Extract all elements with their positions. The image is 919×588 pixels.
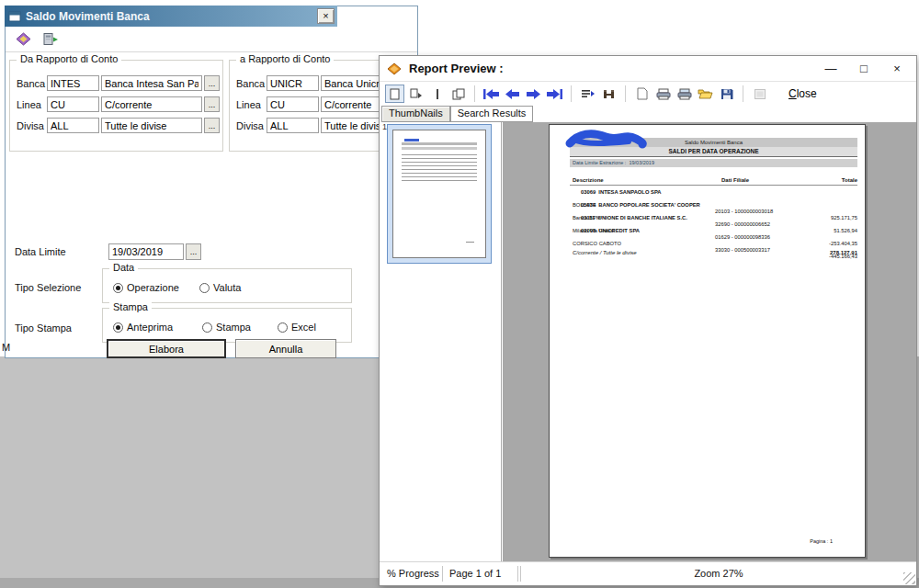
- print-icon[interactable]: [653, 85, 673, 103]
- divisa-label: Divisa: [236, 120, 264, 131]
- search-icon[interactable]: [599, 85, 618, 103]
- goto-page-icon[interactable]: [578, 85, 597, 103]
- single-page-icon[interactable]: [385, 85, 404, 103]
- thumbnail-scribble: [404, 139, 419, 141]
- maximize-button[interactable]: □: [848, 56, 879, 81]
- close-window-button[interactable]: ×: [881, 56, 913, 81]
- status-zoom: Zoom 27%: [521, 568, 916, 579]
- print-setup-icon[interactable]: [675, 85, 694, 103]
- multi-page-icon[interactable]: [406, 85, 425, 103]
- annulla-button[interactable]: Annulla: [235, 339, 336, 358]
- process-icon[interactable]: [13, 30, 33, 49]
- tipo-stampa-label: Tipo Stampa: [15, 322, 72, 334]
- page-footer: Pagina : 1: [810, 538, 833, 544]
- report-page: Saldo Movimenti Banca SALDI PER DATA OPE…: [549, 124, 866, 558]
- report-column-headers: Descrizione Dati Filiale Totale: [570, 177, 857, 186]
- from-linea-row: Linea ...: [10, 96, 222, 113]
- prev-page-icon[interactable]: [503, 85, 522, 103]
- preview-window-title: Report Preview :: [409, 62, 504, 75]
- account-line: 03111 UNIONE DI BANCHE ITALIANE S.C.: [570, 215, 857, 221]
- preview-status-bar: % Progress Page 1 of 1 Zoom 27%: [380, 561, 916, 585]
- radio-anteprima[interactable]: Anteprima: [113, 322, 173, 333]
- thumbnail-page-1[interactable]: [387, 124, 492, 264]
- data-limite-browse-button[interactable]: ...: [186, 243, 201, 260]
- from-banca-name-input[interactable]: [101, 75, 202, 91]
- radio-anteprima-circle[interactable]: [113, 322, 123, 333]
- report-preview-window: Report Preview : — □ × Cl: [379, 55, 917, 586]
- tab-thumbnails[interactable]: ThumbNails: [381, 106, 450, 122]
- data-group-title: Data: [109, 262, 138, 273]
- tipo-selezione-label: Tipo Selezione: [15, 282, 81, 293]
- data-radio-group: Data Operazione Valuta: [102, 268, 352, 303]
- from-divisa-name-input[interactable]: [101, 118, 202, 133]
- to-divisa-code-input[interactable]: [267, 118, 319, 133]
- toolbar-separator: [625, 85, 626, 102]
- from-divisa-browse-button[interactable]: ...: [204, 118, 220, 133]
- data-limite-input[interactable]: [108, 243, 184, 260]
- saldo-window-title: Saldo Movimenti Banca: [26, 10, 150, 23]
- screen: Saldo Movimenti Banca × Da Rapporto di C…: [0, 0, 919, 588]
- radio-operazione-circle[interactable]: [113, 283, 123, 293]
- report-total-row: C/corrente / Tutte le divise 278.127,91: [570, 249, 857, 256]
- linea-label: Linea: [17, 99, 41, 110]
- radio-operazione[interactable]: Operazione: [113, 282, 179, 293]
- thumbnail-panel: 1: [380, 122, 502, 563]
- facing-pages-icon[interactable]: [448, 85, 468, 103]
- account-line: 03069 INTESA SANPAOLO SPA: [570, 189, 857, 196]
- from-linea-browse-button[interactable]: ...: [204, 96, 220, 112]
- window-icon: [8, 11, 21, 22]
- from-divisa-row: Divisa ...: [10, 118, 222, 134]
- saldo-close-button[interactable]: ×: [317, 8, 335, 24]
- elabora-button[interactable]: Elabora: [107, 339, 226, 358]
- toolbar-separator: [571, 85, 572, 102]
- status-page: Page 1 of 1: [449, 568, 501, 579]
- radio-valuta[interactable]: Valuta: [199, 282, 241, 293]
- detail-line: Banca BPM 32690 - 000000006652 51.526,94: [570, 209, 857, 215]
- report-diamond-icon: [387, 62, 402, 75]
- clipped-text: M: [2, 342, 10, 353]
- saldo-movimenti-window: Saldo Movimenti Banca × Da Rapporto di C…: [5, 6, 418, 358]
- divisa-label: Divisa: [17, 120, 44, 131]
- radio-valuta-circle[interactable]: [199, 283, 210, 293]
- from-linea-name-input[interactable]: [101, 96, 202, 112]
- banca-label: Banca: [236, 78, 265, 89]
- to-linea-code-input[interactable]: [267, 96, 319, 112]
- saldo-titlebar[interactable]: Saldo Movimenti Banca ×: [5, 6, 337, 27]
- first-page-icon[interactable]: [482, 85, 501, 103]
- last-page-icon[interactable]: [545, 85, 564, 103]
- to-banca-code-input[interactable]: [267, 75, 319, 91]
- preview-titlebar[interactable]: Report Preview : — □ ×: [380, 56, 916, 82]
- preview-content: 1: [380, 122, 916, 563]
- from-account-group: Da Rapporto di Conto Banca ... Linea ...…: [9, 60, 223, 152]
- from-divisa-code-input[interactable]: [47, 118, 99, 133]
- radio-stampa[interactable]: Stampa: [202, 322, 251, 333]
- stampa-group-title: Stampa: [109, 301, 152, 312]
- from-banca-browse-button[interactable]: ...: [204, 75, 220, 91]
- account-line: 05034 BANCO POPOLARE SOCIETA' COOPER: [570, 202, 857, 209]
- radio-stampa-circle[interactable]: [202, 322, 212, 333]
- minimize-button[interactable]: —: [815, 56, 846, 81]
- from-banca-code-input[interactable]: [47, 75, 99, 91]
- tab-search-results[interactable]: Search Results: [450, 106, 534, 122]
- page-width-icon[interactable]: [427, 85, 447, 103]
- radio-excel[interactable]: Excel: [278, 322, 316, 333]
- detail-line: Milano Via Grassi 01629 - 000000098336 -…: [570, 221, 857, 228]
- annotation-icon: [750, 85, 769, 103]
- from-linea-code-input[interactable]: [47, 96, 99, 112]
- thumbnail-footer-line: [466, 242, 474, 243]
- radio-excel-circle[interactable]: [278, 322, 288, 333]
- account-line: 02008 UNICREDIT SPA: [570, 228, 857, 234]
- open-icon[interactable]: [696, 85, 715, 103]
- stampa-radio-group: Stampa Anteprima Stampa Excel: [102, 308, 352, 343]
- close-preview-button[interactable]: Close: [778, 85, 827, 102]
- col-descrizione: Descrizione: [573, 177, 604, 183]
- resize-grip[interactable]: [903, 572, 915, 584]
- redaction-scribble: [564, 129, 649, 153]
- next-page-icon[interactable]: [524, 85, 543, 103]
- copy-icon[interactable]: [632, 85, 652, 103]
- from-group-title: Da Rapporto di Conto: [17, 53, 121, 64]
- col-dati-filiale: Dati Filiale: [721, 177, 749, 183]
- extraction-date-bar: Data Limite Estrazione : 19/03/2019: [570, 159, 857, 167]
- exit-icon[interactable]: [40, 30, 61, 49]
- save-icon[interactable]: [717, 85, 736, 103]
